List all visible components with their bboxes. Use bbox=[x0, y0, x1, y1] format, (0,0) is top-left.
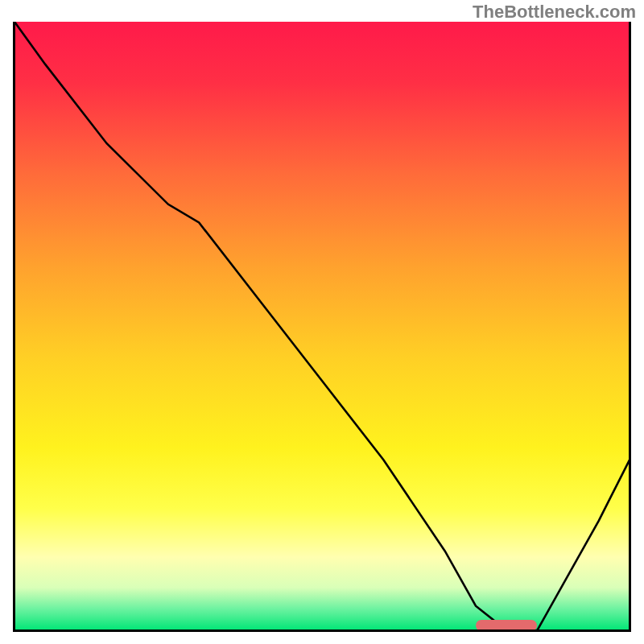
plot-area bbox=[14, 22, 630, 630]
bottleneck-curve bbox=[14, 22, 630, 630]
right-axis bbox=[629, 22, 631, 630]
y-axis bbox=[13, 22, 15, 630]
x-axis bbox=[13, 630, 631, 632]
watermark-text: TheBottleneck.com bbox=[473, 2, 636, 23]
curve-layer bbox=[14, 22, 630, 630]
chart-container: TheBottleneck.com bbox=[0, 0, 644, 644]
